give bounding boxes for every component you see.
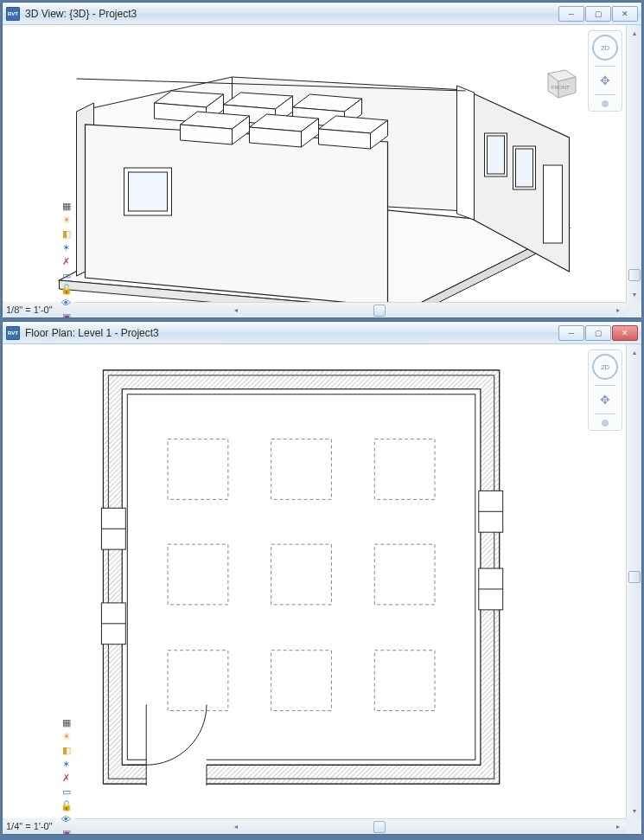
graphic-display-icon[interactable]: ▦ — [60, 199, 73, 213]
view-control-bar: 1/4" = 1'-0" ▦☀◧✶✗▭🔓👁▣◆ɸ💡▮⛓⊟✂ — [4, 818, 75, 834]
vertical-scrollbar[interactable]: ▴ ▾ — [626, 25, 641, 302]
vertical-scrollbar[interactable]: ▴ ▾ — [626, 344, 641, 818]
scale-label[interactable]: 1/4" = 1'-0" — [6, 821, 53, 831]
window-title: 3D View: {3D} - Project3 — [25, 8, 558, 20]
unlock-icon[interactable]: 🔓 — [60, 282, 73, 296]
reveal-hidden-icon[interactable]: ▣ — [60, 826, 73, 834]
temp-hide-icon[interactable]: 👁 — [60, 812, 73, 826]
window-title: Floor Plan: Level 1 - Project3 — [25, 327, 558, 339]
drawing-3d — [3, 25, 626, 302]
sun-path-icon[interactable]: ☀ — [60, 213, 73, 227]
nav-separator — [595, 385, 615, 386]
svg-rect-15 — [544, 165, 563, 243]
nav-expand-icon[interactable] — [602, 100, 609, 107]
crop-region-icon[interactable]: ▭ — [60, 268, 73, 282]
steering-wheel-icon[interactable]: 2D — [592, 354, 618, 380]
navigation-bar[interactable]: 2D ✥ — [588, 30, 622, 112]
shadows-icon[interactable]: ◧ — [60, 743, 73, 757]
svg-rect-12 — [488, 136, 505, 174]
scroll-right-icon[interactable]: ▸ — [610, 823, 626, 830]
rendering-icon[interactable]: ✶ — [60, 757, 73, 771]
scroll-down-icon[interactable]: ▾ — [627, 803, 641, 818]
scroll-thumb[interactable] — [628, 269, 641, 281]
svg-marker-10 — [457, 86, 475, 220]
maximize-button[interactable]: ▢ — [585, 6, 611, 22]
close-button[interactable]: ✕ — [612, 6, 638, 22]
nav-expand-icon[interactable] — [602, 420, 609, 426]
scroll-left-icon[interactable]: ◂ — [228, 823, 244, 830]
window-3d-view: RVT 3D View: {3D} - Project3 ─ ▢ ✕ — [2, 2, 642, 318]
rendering-icon[interactable]: ✶ — [60, 240, 73, 254]
scroll-thumb-h[interactable] — [373, 305, 386, 317]
scroll-left-icon[interactable]: ◂ — [228, 306, 244, 314]
minimize-button[interactable]: ─ — [558, 325, 584, 341]
viewport-3d[interactable]: FRONT 2D ✥ ▴ ▾ 1/8" = 1'-0" ▦☀◧✶✗▭🔓👁▣◆ɸ💡… — [3, 25, 641, 317]
svg-rect-51 — [146, 758, 207, 785]
scroll-right-icon[interactable]: ▸ — [610, 306, 626, 314]
reveal-hidden-icon[interactable]: ▣ — [60, 310, 73, 317]
nav-separator — [595, 94, 615, 95]
graphic-display-icon[interactable]: ▦ — [60, 715, 73, 729]
sun-path-icon[interactable]: ☀ — [60, 729, 73, 743]
horizontal-scrollbar[interactable]: 1/4" = 1'-0" ▦☀◧✶✗▭🔓👁▣◆ɸ💡▮⛓⊟✂ ◂ ▸ — [3, 818, 626, 834]
viewport-plan[interactable]: 2D ✥ ▴ ▾ 1/4" = 1'-0" ▦☀◧✶✗▭🔓👁▣◆ɸ💡▮⛓⊟✂ ◂… — [3, 344, 641, 834]
temp-hide-icon[interactable]: 👁 — [60, 296, 73, 310]
scale-label[interactable]: 1/8" = 1'-0" — [6, 305, 53, 315]
app-icon: RVT — [6, 7, 20, 21]
window-floor-plan: RVT Floor Plan: Level 1 - Project3 ─ ▢ ✕ — [2, 321, 642, 835]
shadows-icon[interactable]: ◧ — [60, 227, 73, 240]
minimize-button[interactable]: ─ — [558, 6, 584, 22]
crop-off-icon[interactable]: ✗ — [60, 254, 73, 268]
view-control-bar: 1/8" = 1'-0" ▦☀◧✶✗▭🔓👁▣◆ɸ💡▮⛓⊟✂ — [4, 302, 75, 317]
crop-off-icon[interactable]: ✗ — [60, 771, 73, 785]
titlebar-plan[interactable]: RVT Floor Plan: Level 1 - Project3 ─ ▢ ✕ — [3, 322, 641, 344]
crop-region-icon[interactable]: ▭ — [60, 785, 73, 798]
maximize-button[interactable]: ▢ — [585, 325, 611, 341]
app-icon: RVT — [6, 326, 20, 340]
svg-rect-8 — [129, 172, 168, 211]
nav-separator — [595, 414, 615, 414]
svg-rect-41 — [122, 389, 480, 765]
scroll-thumb[interactable] — [628, 571, 641, 583]
nav-separator — [595, 66, 615, 67]
viewcube[interactable]: FRONT — [541, 60, 581, 99]
steering-wheel-icon[interactable]: 2D — [592, 35, 618, 61]
titlebar-3d[interactable]: RVT 3D View: {3D} - Project3 ─ ▢ ✕ — [3, 3, 641, 25]
scroll-up-icon[interactable]: ▴ — [627, 25, 641, 41]
viewcube-face-label: FRONT — [552, 85, 570, 90]
scrollbar-corner — [626, 302, 641, 317]
unlock-icon[interactable]: 🔓 — [60, 798, 73, 812]
navigation-bar[interactable]: 2D ✥ — [588, 349, 622, 431]
scroll-thumb-h[interactable] — [373, 821, 386, 833]
svg-rect-14 — [516, 149, 533, 187]
pan-icon[interactable]: ✥ — [596, 72, 614, 89]
scroll-up-icon[interactable]: ▴ — [627, 344, 641, 360]
scroll-down-icon[interactable]: ▾ — [627, 286, 641, 302]
pan-icon[interactable]: ✥ — [596, 391, 614, 408]
horizontal-scrollbar[interactable]: 1/8" = 1'-0" ▦☀◧✶✗▭🔓👁▣◆ɸ💡▮⛓⊟✂ ◂ ▸ — [3, 302, 626, 317]
drawing-plan — [3, 344, 626, 818]
scrollbar-corner — [626, 818, 641, 834]
close-button[interactable]: ✕ — [612, 325, 638, 341]
